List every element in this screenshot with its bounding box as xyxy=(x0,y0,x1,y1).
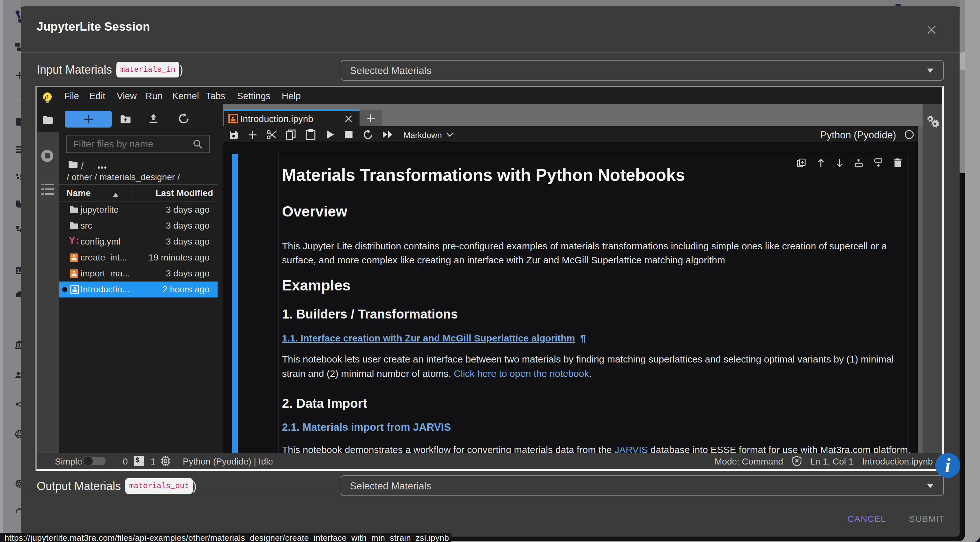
svg-text:jl: jl xyxy=(44,94,48,100)
